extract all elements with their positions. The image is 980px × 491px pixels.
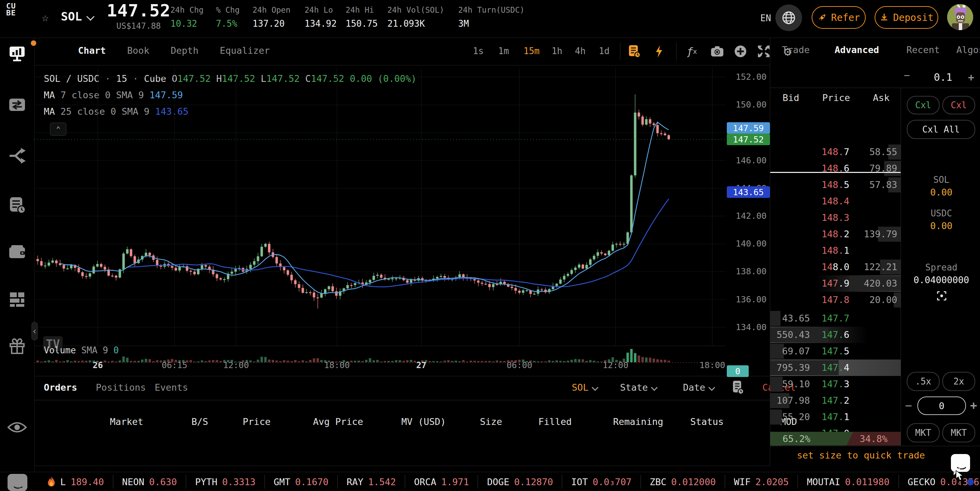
sidebar-item-blocks[interactable]	[0, 290, 34, 309]
filter-symbol-label: SOL	[572, 382, 589, 393]
candlestick-chart[interactable]	[34, 69, 725, 363]
orderbook-row[interactable]: 107.98147.2	[770, 392, 900, 409]
x-axis-label: 12:00	[223, 360, 249, 370]
recenter-book-icon[interactable]	[936, 290, 947, 303]
orderbook-row[interactable]: 148.679.89	[770, 160, 900, 177]
orderbook-row[interactable]: 147.9420.03	[770, 275, 900, 292]
ticker-item[interactable]: WIF2.0205	[725, 477, 798, 487]
quick-trade-hint: set size to quick trade	[770, 450, 951, 461]
divider	[770, 446, 980, 446]
sidebar-item-order-history[interactable]	[0, 196, 34, 214]
support-chat-button[interactable]	[951, 454, 970, 472]
refer-button[interactable]: Refer	[811, 6, 866, 29]
timeframe-1m[interactable]: 1m	[498, 46, 509, 56]
orderbook-row[interactable]: 148.557.83	[770, 177, 900, 193]
orderbook-row[interactable]: 148.3	[770, 210, 900, 226]
qty-input[interactable]: 0	[917, 397, 966, 415]
timeframe-4h[interactable]: 4h	[575, 46, 585, 56]
orderbook-row[interactable]: 148.0122.21	[770, 259, 900, 275]
orders-tab-orders[interactable]: Orders	[44, 382, 77, 393]
sidebar-item-privacy[interactable]	[0, 421, 34, 434]
sidebar-item-trading[interactable]	[0, 45, 34, 64]
tab-equalizer[interactable]: Equalizer	[220, 45, 270, 56]
ticker-item[interactable]: PYTH0.3313	[186, 477, 264, 487]
orderbook-row[interactable]: 43.65147.7	[770, 310, 900, 327]
order-log-icon[interactable]	[626, 43, 643, 60]
timeframe-1h[interactable]: 1h	[552, 46, 562, 56]
language-label[interactable]: EN	[760, 13, 771, 23]
tab-chart[interactable]: Chart	[78, 45, 106, 56]
ticker-item[interactable]: ZBC0.012000	[641, 477, 725, 487]
chat-icon[interactable]	[8, 474, 27, 491]
orders-tab-positions[interactable]: Positions	[96, 382, 146, 393]
ticker-item[interactable]: MOUTAI0.011980	[798, 477, 899, 487]
timeframe-1s[interactable]: 1s	[473, 46, 484, 56]
orderbook-row[interactable]: 148.1	[770, 242, 900, 259]
qty-increment-button[interactable]: +	[970, 399, 977, 412]
favorite-star-icon[interactable]: ☆	[42, 10, 49, 24]
orderbook-row[interactable]: 59.10147.3	[770, 376, 900, 392]
qty-decrement-button[interactable]: −	[905, 399, 912, 412]
ticker-item[interactable]: GMT0.1670	[265, 477, 337, 487]
panel-collapse-handle[interactable]: ‹	[32, 322, 38, 340]
orders-filter-date[interactable]: Date	[683, 382, 713, 393]
orders-tab-events[interactable]: Events	[155, 382, 188, 393]
add-circle-icon[interactable]	[732, 43, 749, 60]
orderbook-row[interactable]: 55.20147.1	[770, 409, 900, 425]
fx-indicators-icon[interactable]: ƒx	[684, 43, 700, 60]
book-col-ask: Ask	[873, 92, 890, 103]
orderbook-row[interactable]: 550.43147.6	[770, 327, 900, 343]
orderbook-row[interactable]: 148.2139.79	[770, 226, 900, 242]
orderbook-row[interactable]: 148.758.55	[770, 144, 900, 160]
ticker-item[interactable]: ORCA1.971	[405, 477, 478, 487]
tick-increment-button[interactable]: +	[968, 71, 974, 83]
market-sell-button[interactable]: MKT	[942, 423, 975, 442]
orderbook-row[interactable]: 148.4	[770, 193, 900, 210]
lightning-icon[interactable]	[651, 43, 667, 60]
cancel-asks-button[interactable]: Cxl	[942, 96, 975, 114]
ticker-item[interactable]: RAY1.542	[338, 477, 405, 487]
ticker-item[interactable]: NEON0.630	[113, 477, 186, 487]
tab-book[interactable]: Book	[127, 45, 150, 56]
fullscreen-icon[interactable]	[756, 43, 772, 60]
ticker-item[interactable]: DOGE0.12870	[478, 477, 562, 487]
camera-icon[interactable]	[709, 43, 725, 60]
panel-tab-advanced[interactable]: Advanced	[835, 45, 879, 55]
timeframe-15m[interactable]: 15m	[523, 46, 539, 56]
market-buy-button[interactable]: MKT	[907, 423, 940, 442]
orderbook-row[interactable]: 795.39147.4	[770, 360, 900, 376]
ticker-item[interactable]: IOT0.0₃707	[562, 477, 641, 487]
cancel-bids-button[interactable]: Cxl	[907, 96, 940, 114]
deposit-button[interactable]: Deposit	[875, 6, 938, 29]
panel-tab-trade[interactable]: Trade	[782, 45, 810, 55]
orders-filter-symbol[interactable]: SOL	[572, 382, 597, 393]
pair-selector[interactable]: SOL	[61, 10, 92, 23]
orderbook-row[interactable]: 147.820.00	[770, 292, 900, 308]
timeframe-1d[interactable]: 1d	[599, 46, 609, 56]
sidebar-item-rewards[interactable]	[0, 336, 34, 355]
stat-value: 3M	[458, 19, 525, 29]
ticker-price: 0.011980	[845, 477, 890, 487]
half-size-button[interactable]: .5x	[907, 372, 940, 391]
orders-col-price: Price	[243, 416, 270, 427]
panel-tab-algos[interactable]: Algos	[956, 45, 980, 55]
ticker-item[interactable]: L189.40	[38, 476, 113, 487]
globe-button[interactable]	[775, 5, 802, 31]
sidebar-item-transfer[interactable]	[0, 96, 34, 114]
panel-tab-recent[interactable]: Recent	[907, 45, 940, 55]
cube-logo[interactable]: CUBE	[6, 3, 16, 16]
user-avatar[interactable]	[947, 4, 973, 30]
tick-decrement-button[interactable]: −	[904, 69, 910, 81]
orderbook-row[interactable]: 69.07147.5	[770, 343, 900, 360]
orders-filter-state[interactable]: State	[620, 382, 656, 393]
order-book-panel: TradeAdvancedRecentAlgos − 0.1 + Bid Pri…	[770, 38, 980, 472]
double-size-button[interactable]: 2x	[942, 372, 975, 391]
sidebar-item-wallet[interactable]	[0, 243, 34, 261]
filter-state-label: State	[620, 382, 648, 393]
sidebar-item-split[interactable]	[0, 147, 34, 165]
divider	[34, 400, 770, 400]
cancel-all-button[interactable]: Cxl All	[907, 120, 975, 139]
order-log-icon[interactable]	[732, 380, 744, 397]
book-price: 148.1	[822, 245, 859, 256]
tab-depth[interactable]: Depth	[171, 45, 199, 56]
